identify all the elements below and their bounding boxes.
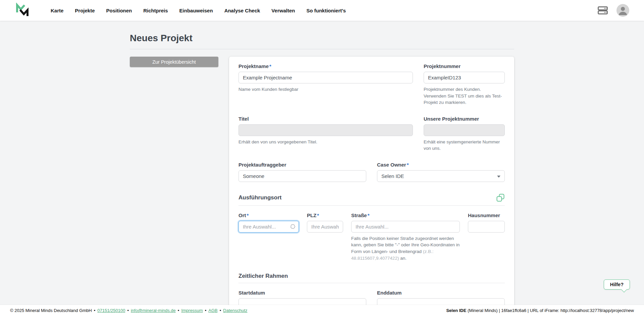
- section-ausfuehrungsort-title: Ausführungsort: [238, 194, 281, 201]
- footer-separator: •: [220, 308, 221, 313]
- unsere-projektnummer-input: [424, 124, 505, 136]
- projektname-input[interactable]: [238, 72, 413, 83]
- main-content: Neues Projekt Zur Projektübersicht Proje…: [0, 21, 644, 316]
- loading-spinner-icon: [290, 224, 295, 229]
- left-column: Zur Projektübersicht: [130, 57, 218, 67]
- new-project-form-card: Projektname* Name vom Kunden festlegbar …: [229, 57, 514, 316]
- required-asterisk: *: [269, 63, 271, 69]
- footer-separator: •: [127, 308, 129, 313]
- required-asterisk: *: [368, 212, 370, 218]
- field-hausnummer: Hausnummer: [468, 212, 505, 261]
- page-title: Neues Projekt: [130, 33, 514, 44]
- field-projektname: Projektname* Name vom Kunden festlegbar: [238, 63, 413, 106]
- nav-item-richtpreis[interactable]: Richtpreis: [139, 5, 172, 16]
- projektauftraggeber-label: Projektauftraggeber: [238, 162, 366, 168]
- field-strasse: Straße* Falls die Position keiner Straße…: [351, 212, 460, 261]
- footer-separator: •: [94, 308, 96, 313]
- titel-input: [238, 124, 413, 136]
- hausnummer-label: Hausnummer: [468, 212, 505, 218]
- nav-item-einbauweisen[interactable]: Einbauweisen: [175, 5, 217, 16]
- copy-icon[interactable]: [496, 193, 505, 202]
- section-divider: [238, 205, 505, 206]
- startdatum-label: Startdatum: [238, 290, 366, 296]
- nav-item-so-funktionierts[interactable]: So funktioniert's: [302, 5, 350, 16]
- titel-helper: Erhält den von uns vorgegebenen Titel.: [238, 139, 413, 145]
- plz-label: PLZ*: [307, 212, 343, 218]
- unsere-projektnummer-label: Unsere Projektnummer: [424, 116, 505, 122]
- projektauftraggeber-input[interactable]: [238, 170, 366, 182]
- projektnummer-input[interactable]: [424, 72, 505, 83]
- projektnummer-label: Projektnummer: [424, 63, 505, 69]
- help-button[interactable]: Hilfe?: [604, 279, 630, 290]
- required-asterisk: *: [407, 162, 409, 168]
- case-owner-value: Selen IDE: [381, 173, 404, 179]
- case-owner-select[interactable]: Selen IDE: [377, 170, 505, 182]
- footer-session-info: Selen IDE (Mineral Minds) | 16fae1ffc6a6…: [446, 308, 634, 313]
- top-navigation-bar: Karte Projekte Positionen Richtpreis Ein…: [0, 0, 644, 21]
- footer-link-impressum[interactable]: Impressum: [181, 308, 203, 313]
- topbar-right-icons: [598, 4, 629, 17]
- hausnummer-input[interactable]: [468, 221, 505, 233]
- projektname-helper: Name vom Kunden festlegbar: [238, 86, 413, 93]
- footer-link-agb[interactable]: AGB: [208, 308, 217, 313]
- nav-item-projekte[interactable]: Projekte: [70, 5, 99, 16]
- plz-input[interactable]: [307, 221, 343, 233]
- titel-label: Titel: [238, 116, 413, 122]
- mineral-minds-logo[interactable]: [15, 3, 30, 18]
- case-owner-label: Case Owner*: [377, 162, 505, 168]
- nav-item-karte[interactable]: Karte: [46, 5, 68, 16]
- footer-separator: •: [178, 308, 179, 313]
- strasse-helper: Falls die Position keiner Straße zugeord…: [351, 235, 460, 261]
- nav-item-verwalten[interactable]: Verwalten: [267, 5, 299, 16]
- section-zeitlicher-rahmen-title: Zeitlicher Rahmen: [238, 273, 288, 279]
- unsere-projektnummer-helper: Erhält eine systemgenerierte Nummer von …: [424, 139, 505, 152]
- section-divider: [238, 283, 505, 283]
- footer-link-phone[interactable]: 07151/250100: [97, 308, 125, 313]
- footer-link-email[interactable]: info@mineral-minds.de: [131, 308, 176, 313]
- projektnummer-helper: Projektnummer des Kunden. Verwenden Sie …: [424, 86, 505, 106]
- field-projektauftraggeber: Projektauftraggeber: [238, 162, 366, 182]
- ort-label: Ort*: [238, 212, 299, 218]
- required-asterisk: *: [247, 212, 249, 218]
- footer-link-datenschutz[interactable]: Datenschutz: [223, 308, 247, 313]
- projektname-label: Projektname*: [238, 63, 413, 69]
- field-case-owner: Case Owner* Selen IDE: [377, 162, 505, 182]
- footer-separator: •: [205, 308, 207, 313]
- field-unsere-projektnummer: Unsere Projektnummer Erhält eine systemg…: [424, 116, 505, 152]
- nav-item-analyse-check[interactable]: Analyse Check: [220, 5, 265, 16]
- field-projektnummer: Projektnummer Projektnummer des Kunden. …: [424, 63, 505, 106]
- field-titel: Titel Erhält den von uns vorgegebenen Ti…: [238, 116, 413, 152]
- server-icon[interactable]: [598, 6, 608, 14]
- nav-item-positionen[interactable]: Positionen: [102, 5, 137, 16]
- footer: © 2025 Mineral Minds Deutschland GmbH • …: [0, 305, 644, 316]
- field-plz: PLZ*: [307, 212, 343, 261]
- ort-input[interactable]: [238, 221, 299, 233]
- chevron-down-icon: [497, 176, 500, 178]
- enddatum-label: Enddatum: [377, 290, 505, 296]
- title-divider: [130, 49, 514, 49]
- field-ort: Ort*: [238, 212, 299, 261]
- required-asterisk: *: [317, 212, 319, 218]
- project-overview-button[interactable]: Zur Projektübersicht: [130, 57, 218, 67]
- main-nav: Karte Projekte Positionen Richtpreis Ein…: [46, 5, 350, 16]
- strasse-input[interactable]: [351, 221, 460, 233]
- footer-copyright: © 2025 Mineral Minds Deutschland GmbH: [10, 308, 92, 313]
- user-avatar[interactable]: [616, 4, 629, 17]
- strasse-label: Straße*: [351, 212, 460, 218]
